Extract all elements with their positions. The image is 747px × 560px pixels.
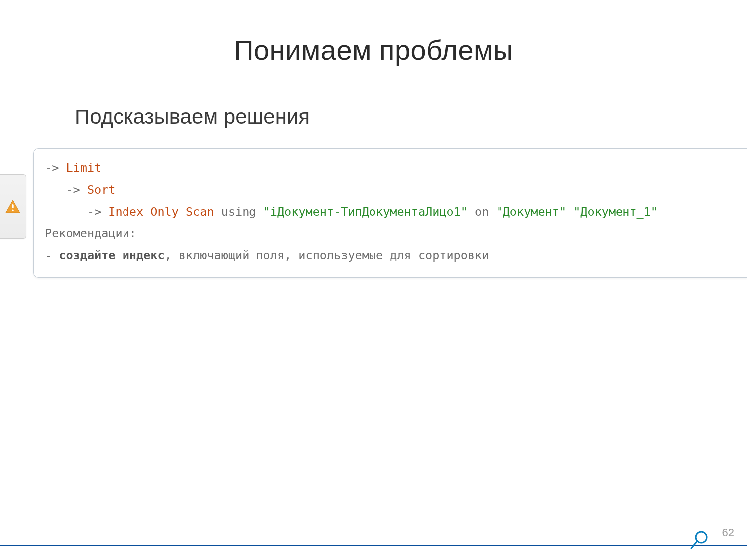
code-row: -> Limit -> Sort -> Index Only Scan usin… bbox=[0, 148, 747, 278]
plan-index-only-scan: Index Only Scan bbox=[108, 205, 214, 219]
svg-rect-1 bbox=[12, 204, 13, 208]
recommendation-rest: , включающий поля, используемые для сорт… bbox=[165, 248, 489, 262]
slide: Понимаем проблемы Подсказываем решения -… bbox=[0, 0, 747, 560]
plan-limit: Limit bbox=[66, 161, 101, 175]
relation-name: "Документ" bbox=[496, 205, 566, 219]
arrow: -> bbox=[45, 161, 59, 175]
index-name: "iДокумент-ТипДокументаЛицо1" bbox=[263, 205, 468, 219]
plan-sort: Sort bbox=[87, 183, 116, 197]
magnifier-icon bbox=[689, 528, 711, 550]
svg-point-3 bbox=[696, 532, 707, 543]
kw-using: using bbox=[221, 205, 256, 219]
query-plan-box: -> Limit -> Sort -> Index Only Scan usin… bbox=[33, 148, 747, 278]
bullet: - bbox=[45, 248, 52, 262]
svg-rect-2 bbox=[12, 210, 13, 211]
arrow: -> bbox=[87, 205, 101, 219]
arrow: -> bbox=[66, 183, 80, 197]
kw-on: on bbox=[475, 205, 489, 219]
recommendation-strong: создайте индекс bbox=[59, 248, 164, 262]
warning-icon bbox=[5, 200, 20, 214]
footer-divider bbox=[0, 545, 747, 546]
page-number: 62 bbox=[722, 526, 734, 539]
relation-alias: "Документ_1" bbox=[573, 205, 658, 219]
page-subtitle: Подсказываем решения bbox=[75, 105, 747, 129]
page-title: Понимаем проблемы bbox=[0, 0, 747, 66]
warning-badge bbox=[0, 174, 26, 239]
svg-line-4 bbox=[691, 542, 697, 548]
recommendations-label: Рекомендации: bbox=[45, 226, 136, 240]
